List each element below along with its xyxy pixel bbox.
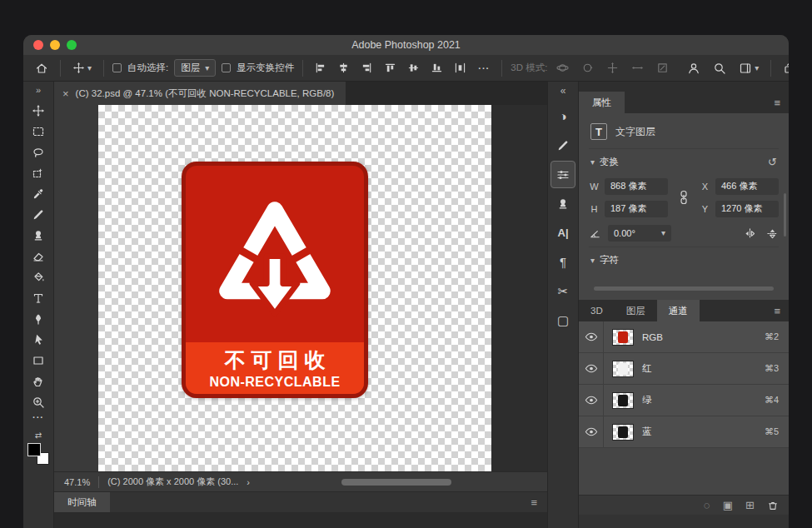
clone-source-panel-button[interactable]: [550, 190, 575, 217]
adjustments-panel-button[interactable]: ◑: [550, 102, 575, 130]
channels-menu-icon[interactable]: ≡: [774, 305, 780, 317]
align-center-button[interactable]: [335, 60, 352, 76]
channel-row-red[interactable]: 红 ⌘3: [579, 353, 789, 385]
zoom-tool[interactable]: [27, 391, 50, 412]
move-tool[interactable]: [27, 100, 50, 121]
reset-transform-icon[interactable]: ↺: [768, 156, 777, 168]
rectangular-marquee-tool[interactable]: [27, 121, 50, 142]
brush-tool[interactable]: [27, 204, 50, 225]
character-section-header[interactable]: ▾ 字符: [589, 247, 779, 273]
close-document-icon[interactable]: ×: [62, 87, 69, 100]
properties-panel-button[interactable]: [550, 161, 575, 188]
channel-row-rgb[interactable]: RGB ⌘2: [579, 321, 789, 353]
x-field[interactable]: 466 像素: [715, 178, 779, 195]
zoom-level[interactable]: 47.1%: [64, 477, 90, 487]
home-button[interactable]: [32, 59, 52, 77]
share-button[interactable]: [780, 59, 789, 77]
libraries-panel-button[interactable]: ▢: [550, 306, 575, 334]
3d-scale-button[interactable]: [653, 59, 672, 77]
tab-3d[interactable]: 3D: [579, 300, 615, 321]
visibility-toggle[interactable]: [579, 353, 604, 384]
object-selection-tool[interactable]: [27, 162, 50, 183]
expand-panels-button[interactable]: «: [560, 85, 566, 102]
status-chevron-icon[interactable]: ›: [247, 477, 250, 487]
3d-pan-button[interactable]: [603, 59, 622, 77]
swap-colors-button[interactable]: ⇄: [35, 431, 42, 440]
width-field[interactable]: 868 像素: [605, 178, 668, 195]
foreground-color-swatch[interactable]: [27, 443, 41, 456]
eraser-tool[interactable]: [27, 246, 50, 266]
horizontal-scrollbar[interactable]: [341, 479, 451, 486]
align-top-button[interactable]: [381, 60, 399, 76]
paint-bucket-tool[interactable]: [27, 266, 50, 287]
tab-channels[interactable]: 通道: [657, 300, 700, 321]
chevron-down-icon: ▾: [590, 158, 595, 167]
paragraph-panel-button[interactable]: ¶: [550, 248, 575, 276]
3d-roll-button[interactable]: [578, 59, 597, 77]
auto-select-target-dropdown[interactable]: 图层 ▾: [174, 59, 216, 77]
channel-row-green[interactable]: 绿 ⌘4: [579, 385, 789, 416]
properties-horizontal-scrollbar[interactable]: [594, 286, 774, 291]
tab-layers[interactable]: 图层: [615, 300, 657, 321]
new-channel-button[interactable]: ⊞: [745, 499, 755, 511]
y-field[interactable]: 1270 像素: [715, 201, 779, 217]
eyedropper-tool-icon: [32, 187, 45, 201]
lasso-tool[interactable]: [27, 142, 50, 162]
edit-toolbar-button[interactable]: ···: [32, 412, 44, 427]
link-dimensions-icon[interactable]: [680, 190, 688, 205]
eyedropper-tool[interactable]: [27, 183, 50, 204]
auto-select-checkbox[interactable]: [112, 63, 122, 72]
more-align-options-button[interactable]: ···: [475, 61, 493, 76]
rectangle-tool[interactable]: [27, 350, 50, 371]
timeline-tab[interactable]: 时间轴: [54, 492, 110, 512]
visibility-toggle[interactable]: [579, 321, 604, 352]
workspace-switcher[interactable]: ▾: [735, 59, 762, 77]
height-field[interactable]: 187 像素: [605, 201, 668, 217]
character-panel-button[interactable]: A|: [550, 219, 575, 247]
align-left-button[interactable]: [311, 60, 329, 76]
slice-panel-button[interactable]: ✂: [550, 277, 575, 305]
channel-shortcut: ⌘3: [765, 363, 779, 374]
brush-settings-panel-button[interactable]: [550, 132, 575, 159]
hand-tool[interactable]: [27, 371, 50, 391]
properties-vertical-scrollbar[interactable]: [784, 193, 786, 237]
delete-channel-button[interactable]: [767, 500, 779, 511]
document-tab[interactable]: × (C) 32.psd @ 47.1% (不可回收 NON-RECYCLABL…: [54, 82, 346, 105]
canvas-viewport[interactable]: 不可回收 NON-RECYCLABLE: [54, 105, 547, 471]
search-button[interactable]: [710, 59, 730, 77]
show-transform-checkbox[interactable]: [222, 63, 231, 72]
timeline-menu-icon[interactable]: ≡: [531, 496, 537, 509]
color-swatches[interactable]: [27, 443, 49, 465]
tool-preset-move[interactable]: ▾: [69, 59, 95, 77]
channel-name: 绿: [642, 394, 652, 406]
transform-section-header[interactable]: ▾ 变换 ↺: [589, 148, 779, 175]
align-bottom-button[interactable]: [428, 60, 446, 76]
3d-orbit-button[interactable]: [553, 59, 572, 77]
pen-tool-icon: [32, 312, 45, 326]
align-right-button[interactable]: [358, 60, 376, 76]
save-selection-as-channel-button[interactable]: ▣: [723, 499, 733, 511]
flip-vertical-icon[interactable]: [766, 227, 779, 240]
title-bar[interactable]: Adobe Photoshop 2021: [23, 35, 789, 55]
visibility-toggle[interactable]: [579, 385, 604, 416]
minimize-window-button[interactable]: [50, 40, 60, 50]
tab-properties[interactable]: 属性: [579, 92, 625, 113]
pen-tool[interactable]: [27, 308, 50, 329]
3d-scale-icon: [656, 62, 669, 74]
account-button[interactable]: [684, 59, 704, 77]
align-middle-button[interactable]: [405, 60, 422, 76]
distribute-horizontal-button[interactable]: [451, 60, 469, 76]
properties-menu-icon[interactable]: ≡: [774, 97, 780, 109]
zoom-window-button[interactable]: [67, 40, 77, 50]
load-channel-as-selection-button[interactable]: ◌: [704, 499, 710, 511]
collapse-tools-button[interactable]: »: [36, 85, 41, 100]
channel-row-blue[interactable]: 蓝 ⌘5: [579, 416, 789, 448]
visibility-toggle[interactable]: [579, 416, 604, 447]
path-selection-tool[interactable]: [27, 329, 50, 350]
rotation-field[interactable]: 0.00° ▾: [608, 225, 671, 242]
close-window-button[interactable]: [33, 40, 43, 50]
3d-slide-button[interactable]: [628, 59, 647, 77]
flip-horizontal-icon[interactable]: [744, 227, 756, 240]
clone-stamp-tool[interactable]: [27, 225, 50, 246]
type-tool[interactable]: [27, 287, 50, 308]
